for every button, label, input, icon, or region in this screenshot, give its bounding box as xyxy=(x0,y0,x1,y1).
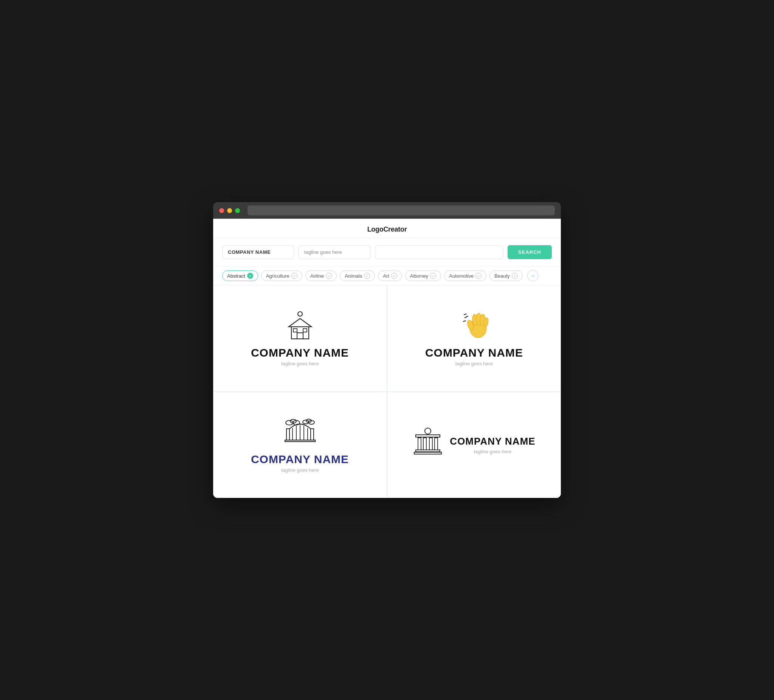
app-title: LogoCreator xyxy=(367,226,407,233)
svg-line-7 xyxy=(463,321,466,322)
app-header: LogoCreator xyxy=(213,219,561,238)
logo4-tagline: tagline goes here xyxy=(450,449,535,454)
category-label: Abstract xyxy=(227,273,245,279)
logo-card-2[interactable]: COMPANY NAME tagline goes here xyxy=(387,286,561,391)
category-tag-art[interactable]: Art✓ xyxy=(378,271,402,281)
logo1-company-name: COMPANY NAME xyxy=(251,347,349,359)
svg-point-18 xyxy=(303,420,309,424)
svg-rect-35 xyxy=(416,450,440,452)
check-icon: ✓ xyxy=(326,273,332,279)
svg-rect-3 xyxy=(297,333,303,339)
logo2-company-name: COMPANY NAME xyxy=(425,347,523,359)
svg-marker-1 xyxy=(289,319,311,327)
close-button[interactable] xyxy=(219,208,224,213)
svg-rect-36 xyxy=(414,452,442,454)
category-label: Agriculture xyxy=(266,273,289,279)
category-tag-agriculture[interactable]: Agriculture✓ xyxy=(261,271,303,281)
svg-rect-34 xyxy=(435,438,438,450)
company-name-input[interactable] xyxy=(222,245,294,259)
check-icon: ✓ xyxy=(291,273,298,279)
check-icon: ✓ xyxy=(391,273,397,279)
svg-rect-30 xyxy=(416,435,440,437)
maximize-button[interactable] xyxy=(235,208,240,213)
svg-rect-5 xyxy=(303,329,307,332)
check-icon: ✓ xyxy=(475,273,481,279)
category-tag-automotive[interactable]: Automotive✓ xyxy=(444,271,486,281)
titlebar xyxy=(213,202,561,219)
svg-line-6 xyxy=(465,316,468,318)
svg-line-8 xyxy=(464,314,466,315)
logo1-tagline: tagline goes here xyxy=(281,361,319,367)
check-icon: ✓ xyxy=(512,273,518,279)
logo-icon-bank xyxy=(413,427,443,457)
minimize-button[interactable] xyxy=(227,208,232,213)
category-label: Beauty xyxy=(495,273,509,279)
category-tag-abstract[interactable]: Abstract✓ xyxy=(222,271,258,281)
svg-point-0 xyxy=(298,312,303,316)
logo4-company-name: COMPANY NAME xyxy=(450,436,535,447)
logo-icon-arch xyxy=(281,418,319,447)
categories-next-button[interactable]: → xyxy=(527,270,539,281)
logo-card-3[interactable]: COMPANY NAME tagline goes here xyxy=(213,392,387,498)
check-icon: ✓ xyxy=(364,273,370,279)
logo-icon-house xyxy=(283,311,317,341)
check-icon: ✓ xyxy=(247,273,253,279)
svg-rect-22 xyxy=(286,429,289,440)
category-label: Animals xyxy=(345,273,362,279)
address-bar[interactable] xyxy=(248,205,555,215)
category-tag-animals[interactable]: Animals✓ xyxy=(340,271,375,281)
category-label: Art xyxy=(383,273,389,279)
logo2-tagline: tagline goes here xyxy=(455,361,493,367)
category-label: Automotive xyxy=(449,273,473,279)
logo-card-1[interactable]: COMPANY NAME tagline goes here xyxy=(213,286,387,391)
industry-input[interactable] xyxy=(375,245,503,259)
svg-rect-33 xyxy=(429,438,432,450)
search-bar: SEARCH xyxy=(213,238,561,266)
category-label: Airline xyxy=(310,273,324,279)
svg-rect-4 xyxy=(293,329,297,332)
category-tag-airline[interactable]: Airline✓ xyxy=(305,271,337,281)
logo3-tagline: tagline goes here xyxy=(281,467,319,473)
svg-rect-23 xyxy=(311,429,314,440)
search-button[interactable]: SEARCH xyxy=(508,245,552,259)
logo-icon-hand xyxy=(457,311,491,341)
tagline-input[interactable] xyxy=(299,245,370,259)
category-tag-beauty[interactable]: Beauty✓ xyxy=(490,271,522,281)
logo-grid: COMPANY NAME tagline goes here xyxy=(213,286,561,498)
logo-card-4[interactable]: COMPANY NAME tagline goes here xyxy=(387,392,561,498)
category-label: Attorney xyxy=(410,273,428,279)
browser-content: LogoCreator SEARCH Abstract✓Agriculture✓… xyxy=(213,219,561,498)
logo4-text-group: COMPANY NAME tagline goes here xyxy=(450,436,535,454)
category-bar: Abstract✓Agriculture✓Airline✓Animals✓Art… xyxy=(213,266,561,286)
svg-rect-31 xyxy=(418,438,421,450)
category-tag-attorney[interactable]: Attorney✓ xyxy=(405,271,441,281)
svg-point-29 xyxy=(425,428,431,434)
logo3-company-name: COMPANY NAME xyxy=(251,453,349,466)
svg-rect-32 xyxy=(423,438,426,450)
browser-window: LogoCreator SEARCH Abstract✓Agriculture✓… xyxy=(213,202,561,498)
check-icon: ✓ xyxy=(430,273,436,279)
